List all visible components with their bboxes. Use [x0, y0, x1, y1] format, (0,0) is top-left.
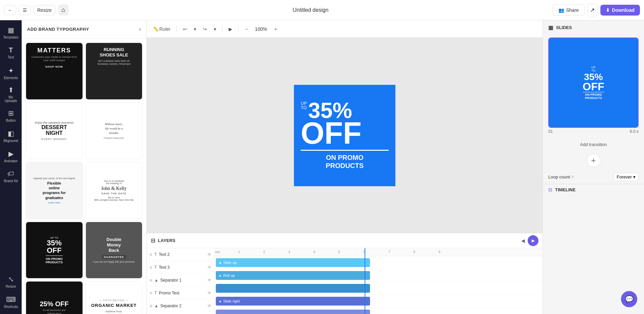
sidebar-item-button-label: Button — [6, 119, 16, 122]
layer-separator1-row[interactable]: ≡ ▲ Separator 1 👁 — [147, 274, 214, 287]
template-card-2[interactable]: RUNNINGSHOES SALE GET A BRAND NEW PAIR O… — [86, 43, 143, 100]
layer-promo-visibility[interactable]: 👁 — [207, 291, 211, 295]
share-label: Share — [566, 7, 579, 13]
sidebar-item-brand-kit-label: Brand Kit — [4, 179, 18, 183]
layer-text3-row[interactable]: ≡ T Text 3 👁 — [147, 261, 214, 274]
zoom-out-button[interactable]: − — [243, 25, 250, 33]
text-icon: T — [9, 46, 13, 54]
menu-button[interactable]: ☰ — [19, 5, 31, 15]
sidebar-item-resize[interactable]: ⤡ Resize — [1, 272, 20, 291]
home-button[interactable]: ⌂ — [58, 4, 69, 16]
ruler-tick-7: 7 — [388, 250, 390, 254]
sidebar-item-background[interactable]: ◧ Bkground — [1, 126, 20, 145]
templates-panel: ADD BRAND TYPOGRAPHY › MATTERS Customize… — [22, 20, 147, 314]
slide-mini-content: UPTO 35% OFF ON PROMOPRODUCTS — [583, 66, 604, 100]
home-icon: ⌂ — [62, 6, 65, 13]
collapse-layers-button[interactable]: ◀ — [521, 238, 525, 243]
layer-promo-row[interactable]: ≡ T Promo Text 👁 — [147, 287, 214, 299]
connect-button[interactable]: ↗ — [587, 4, 598, 16]
track-text3-block[interactable]: ▲ Roll up — [216, 271, 370, 280]
back-button[interactable]: ← — [4, 5, 16, 15]
sidebar-item-shortcuts[interactable]: ⌨ Shortcuts — [1, 292, 20, 311]
timeline-play-button[interactable]: ▶ — [528, 235, 538, 246]
sidebar-item-button[interactable]: ⊞ Button — [1, 106, 20, 125]
design-canvas[interactable]: UPTO 35% OFF ON PROMOPRODUCTS — [294, 85, 395, 186]
undo-button[interactable]: ↩ — [181, 25, 189, 33]
panel-close-button[interactable]: › — [139, 26, 141, 33]
right-panel: ▦ SLIDES UPTO 35% OFF ON PROMOPRODUCTS 0… — [543, 20, 644, 314]
zoom-in-button[interactable]: + — [272, 25, 279, 33]
slides-header-label: SLIDES — [556, 25, 572, 30]
template-card-3[interactable]: Enjoy the sweetest moments DESSERTNIGHT … — [26, 102, 83, 160]
sidebar-item-text[interactable]: T Text — [1, 43, 20, 62]
template-card-5[interactable]: Upgrade your career, to the next degree … — [26, 162, 83, 219]
template-card-10[interactable]: — FIFTH EDITION — ORGANIC MARKET Nutriti… — [86, 281, 143, 314]
add-icon: + — [591, 156, 596, 165]
timeline-area: ⊟ LAYERS ◀ ▶ ≡ T Text 2 👁 ≡ T Text 3 👁 — [147, 233, 543, 314]
resize-label: Resize — [37, 7, 52, 13]
share-button[interactable]: 👥 Share — [553, 4, 584, 16]
template-card-6[interactable]: Join us to celebratethe wedding of John … — [86, 162, 143, 219]
on-promo-text: ON PROMOPRODUCTS — [301, 150, 389, 170]
undo-dropdown[interactable]: ▾ — [192, 25, 198, 33]
layer-separator2-row[interactable]: ≡ ▲ Separator 2 👁 — [147, 299, 214, 312]
play-icon: ▶ — [229, 26, 232, 32]
slide-1-thumbnail[interactable]: UPTO 35% OFF ON PROMOPRODUCTS — [548, 38, 639, 128]
track-text3-label: Roll up — [223, 273, 235, 277]
sidebar-item-elements[interactable]: ✦ Elements — [1, 64, 20, 82]
layer-text2-visibility[interactable]: 👁 — [207, 252, 211, 257]
timeline-play-icon: ▶ — [532, 238, 535, 243]
template-card-4[interactable]: Without music,life would be amistake. Fr… — [86, 102, 143, 160]
connect-icon: ↗ — [590, 7, 595, 13]
layer-separator2-name: Separator 2 — [160, 304, 205, 308]
play-button[interactable]: ▶ — [227, 25, 234, 33]
layers-icon: ⊟ — [151, 237, 155, 244]
loop-help-icon[interactable]: ? — [571, 175, 573, 179]
layer-text2-row[interactable]: ≡ T Text 2 👁 — [147, 248, 214, 261]
timeline-section-header: ⊟ TIMELINE — [543, 184, 644, 195]
resize-button[interactable]: Resize — [33, 5, 55, 15]
loop-select[interactable]: Forever ▾ — [614, 173, 639, 181]
track-sep1-block[interactable] — [216, 284, 370, 293]
sidebar-item-brand-kit[interactable]: 🏷 Brand Kit — [1, 167, 20, 186]
top-bar-right: 👥 Share ↗ ⬇ Download — [553, 4, 640, 16]
chat-icon: 💬 — [625, 295, 634, 303]
background-icon: ◧ — [8, 129, 14, 138]
button-icon: ⊞ — [8, 109, 14, 117]
chat-button[interactable]: 💬 — [621, 291, 637, 307]
download-button[interactable]: ⬇ Download — [600, 5, 640, 16]
add-slide-button[interactable]: + — [587, 154, 600, 167]
animator-icon: ▶ — [8, 150, 14, 158]
redo-button[interactable]: ↪ — [201, 25, 209, 33]
sep1-type-icon: ▲ — [154, 278, 158, 283]
layer-text3-visibility[interactable]: 👁 — [207, 265, 211, 270]
timeline-icon: ⊟ — [548, 187, 552, 192]
brand-kit-icon: 🏷 — [7, 170, 14, 178]
layer-sep1-visibility[interactable]: 👁 — [207, 278, 211, 283]
loop-count-row: Loop count ? Forever ▾ — [543, 170, 644, 184]
layers-label: LAYERS — [158, 238, 176, 243]
track-sep2-block[interactable] — [216, 310, 370, 314]
template-card-7[interactable]: UP TO 35%OFF ON PROMOPRODUCTS — [26, 222, 83, 279]
layer-sep2-visibility[interactable]: 👁 — [207, 304, 211, 308]
sidebar-item-text-label: Text — [8, 55, 14, 59]
panel-header: ADD BRAND TYPOGRAPHY › — [22, 20, 146, 39]
redo-dropdown[interactable]: ▾ — [212, 25, 218, 33]
track-text2-block[interactable]: ▲ Slide up — [216, 258, 370, 267]
elements-icon: ✦ — [8, 67, 14, 75]
sep2-type-icon: ▲ — [154, 304, 158, 308]
template-card-9[interactable]: 25% OFF On all electronics andclothing i… — [26, 281, 83, 314]
close-icon: › — [139, 26, 141, 32]
ruler-button[interactable]: 📏 Ruler — [151, 25, 172, 33]
sidebar-item-animator[interactable]: ▶ Animator — [1, 147, 20, 166]
template-card-1[interactable]: MATTERS Customize your meals or choose f… — [26, 43, 83, 100]
track-promo-block[interactable]: ▲ Slide right — [216, 297, 370, 306]
timeline-label: TIMELINE — [555, 187, 576, 192]
sidebar-item-templates[interactable]: ▦ Templates — [1, 23, 20, 42]
ruler-tick-5: 5 — [338, 250, 340, 254]
sidebar-item-templates-label: Templates — [3, 35, 19, 39]
share-icon: 👥 — [558, 7, 564, 13]
template-card-8[interactable]: DoubleMoneyBack GUARANTEE If you are not… — [86, 222, 143, 279]
ruler-tick-sec: sec. — [215, 250, 221, 254]
sidebar-item-uploads[interactable]: ⬆ My Uploads — [1, 84, 20, 105]
